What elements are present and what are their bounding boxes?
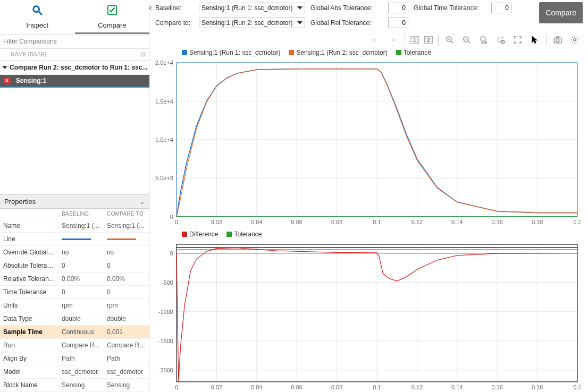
next-icon[interactable]: › [388, 34, 399, 46]
settings-icon[interactable] [569, 34, 581, 46]
comparison-header[interactable]: Compare Run 2: ssc_dcmotor to Run 1: ssc… [0, 61, 149, 75]
legend2-b: Tolerance [234, 231, 262, 238]
table-row: Relative Tolerance0.00%0.00% [0, 272, 149, 286]
prop-compare: ssc_dcmotor [104, 365, 149, 379]
plot-1[interactable]: 05.0e+31.0e+41.5e+42.0e+400.020.040.060.… [150, 61, 581, 226]
prop-name: Relative Tolerance [0, 272, 58, 286]
svg-point-17 [574, 39, 576, 41]
svg-point-16 [556, 39, 559, 42]
compare-label: Compare to: [155, 19, 196, 27]
svg-text:0: 0 [170, 250, 173, 257]
prop-name: Align By [0, 352, 58, 365]
svg-text:0.06: 0.06 [291, 219, 302, 225]
svg-text:0.16: 0.16 [491, 219, 502, 225]
zoom-x-icon[interactable] [478, 34, 490, 46]
layout-1-icon[interactable]: 1 [410, 36, 419, 44]
chevron-down-icon: ⌄ [139, 198, 145, 206]
table-row: Time Tolerance00 [0, 286, 149, 299]
tab-inspect-label: Inspect [0, 21, 75, 29]
prev-icon[interactable]: ‹ [368, 34, 380, 46]
svg-text:0.08: 0.08 [331, 219, 342, 225]
table-row: Unitsrpmrpm [0, 299, 149, 312]
legend-swatch [226, 232, 232, 237]
layout-2-icon[interactable]: 2 [424, 36, 433, 44]
legend-1: Sensing:1 (Run 1: ssc_dcmotor) Sensing:1… [150, 48, 581, 57]
pointer-icon[interactable] [529, 34, 541, 46]
criteria-bar: ‹ Baseline: Sensing:1 (Run 1: ssc_dcmoto… [150, 0, 588, 32]
svg-text:2.0e+4: 2.0e+4 [155, 61, 173, 66]
baseline-label: Baseline: [155, 4, 196, 12]
fail-icon [3, 77, 11, 84]
legend1-b: Sensing:1 (Run 2: ssc_dcmotor) [296, 49, 387, 56]
plot-2[interactable]: 0-500-1000-1500-200000.020.040.060.080.1… [150, 242, 581, 391]
prop-name: Data Type [0, 312, 58, 326]
prop-compare: 0 [104, 286, 149, 299]
filter-input[interactable] [0, 35, 149, 48]
prop-baseline: ssc_dcmotor [58, 365, 104, 379]
rel-tol-input[interactable] [388, 18, 408, 28]
legend-swatch [396, 50, 401, 55]
properties-col-compare: COMPARE TO [104, 209, 149, 219]
fit-icon[interactable] [512, 34, 524, 46]
snapshot-icon[interactable] [552, 34, 564, 46]
magnifier-icon [0, 4, 75, 18]
check-icon [75, 4, 150, 18]
rel-tol-label: Global Rel Tolerance: [310, 19, 385, 27]
svg-text:-1000: -1000 [158, 309, 173, 315]
prop-baseline: no [58, 246, 104, 259]
prop-name: Block Name [0, 379, 58, 392]
prop-compare: Path [104, 352, 149, 365]
prop-compare: rpm [104, 299, 149, 312]
prop-name: Run [0, 339, 58, 352]
compare-select[interactable]: Sensing:1 (Run 2: ssc_dcmotor) [199, 18, 305, 28]
table-row: Override Global T...nono [0, 246, 149, 259]
prop-baseline: Path [58, 352, 104, 365]
tab-compare[interactable]: Compare [75, 0, 150, 34]
baseline-select[interactable]: Sensing:1 (Run 1: ssc_dcmotor) [199, 3, 305, 13]
prop-baseline: Compare R... [58, 339, 104, 352]
view-tabs: Inspect Compare [0, 0, 149, 35]
svg-text:0.06: 0.06 [291, 384, 303, 390]
tab-compare-label: Compare [75, 21, 150, 29]
zoom-box-icon[interactable] [495, 34, 507, 46]
svg-text:0.04: 0.04 [251, 219, 262, 225]
prop-name: Name [0, 219, 58, 233]
plots-area: Sensing:1 (Run 1: ssc_dcmotor) Sensing:1… [150, 48, 588, 392]
prop-compare: Compare R... [104, 339, 149, 352]
prop-name: Model [0, 365, 58, 379]
zoom-out-icon[interactable] [461, 34, 473, 46]
svg-text:0: 0 [175, 219, 178, 225]
abs-tol-input[interactable] [388, 3, 408, 13]
svg-text:0.08: 0.08 [331, 384, 342, 390]
legend-swatch [182, 232, 187, 237]
svg-text:0.12: 0.12 [411, 384, 423, 390]
prop-baseline: double [58, 312, 104, 326]
prop-baseline: Sensing:1 (... [58, 219, 104, 233]
legend-swatch [182, 50, 187, 55]
svg-text:-1500: -1500 [158, 338, 173, 344]
table-row: Absolute Tolerance00 [0, 259, 149, 272]
prop-name: Absolute Tolerance [0, 259, 58, 272]
compare-button[interactable]: Compare [539, 2, 583, 23]
prop-baseline: 0.00% [58, 272, 104, 286]
right-pane: ‹ Baseline: Sensing:1 (Run 1: ssc_dcmoto… [150, 0, 588, 392]
svg-text:0.12: 0.12 [411, 219, 423, 225]
svg-text:0.14: 0.14 [451, 219, 463, 225]
svg-text:0: 0 [175, 384, 178, 390]
svg-text:0.02: 0.02 [211, 384, 222, 390]
chevron-left-icon[interactable]: ‹ [149, 2, 152, 13]
svg-text:0.04: 0.04 [251, 384, 262, 390]
svg-text:0.1: 0.1 [373, 384, 381, 390]
gear-icon[interactable]: ⚙ [140, 50, 146, 58]
signal-row[interactable]: Sensing:1 [0, 75, 149, 88]
tab-inspect[interactable]: Inspect [0, 0, 75, 34]
properties-header[interactable]: Properties ⌄ [0, 194, 149, 209]
svg-text:-2000: -2000 [158, 367, 173, 373]
svg-text:1.5e+4: 1.5e+4 [155, 98, 173, 104]
plot-toolbar: ‹ › 1 2 [150, 32, 588, 48]
table-row: Align ByPathPath [0, 352, 149, 365]
properties-table: BASELINE COMPARE TO NameSensing:1 (...Se… [0, 209, 149, 392]
zoom-in-icon[interactable] [444, 34, 456, 46]
svg-text:0.18: 0.18 [532, 384, 543, 390]
time-tol-input[interactable] [491, 3, 511, 13]
